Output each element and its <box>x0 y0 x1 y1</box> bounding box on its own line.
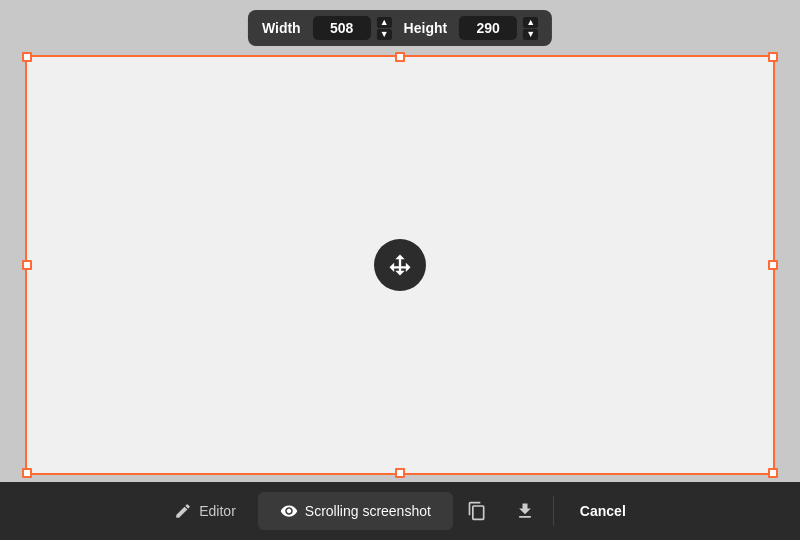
height-spin-arrows: ▲ ▼ <box>523 17 538 40</box>
scrolling-screenshot-button[interactable]: Scrolling screenshot <box>258 492 453 530</box>
copy-icon <box>467 501 487 521</box>
handle-top-right[interactable] <box>768 52 778 62</box>
width-label: Width <box>262 20 301 36</box>
download-button[interactable] <box>501 491 549 531</box>
height-input[interactable] <box>459 16 517 40</box>
move-icon[interactable] <box>374 239 426 291</box>
scrolling-icon <box>280 502 298 520</box>
editor-button[interactable]: Editor <box>152 492 258 530</box>
handle-top-mid[interactable] <box>395 52 405 62</box>
download-icon <box>515 501 535 521</box>
handle-bottom-left[interactable] <box>22 468 32 478</box>
height-up-btn[interactable]: ▲ <box>523 17 538 28</box>
handle-mid-left[interactable] <box>22 260 32 270</box>
handle-bottom-right[interactable] <box>768 468 778 478</box>
toolbar-divider <box>553 496 554 526</box>
height-down-btn[interactable]: ▼ <box>523 29 538 40</box>
handle-mid-right[interactable] <box>768 260 778 270</box>
dimension-toolbar: Width ▲ ▼ Height ▲ ▼ <box>248 10 552 46</box>
width-spin-arrows: ▲ ▼ <box>377 17 392 40</box>
height-input-group: ▲ ▼ <box>459 16 538 40</box>
width-input-group: ▲ ▼ <box>313 16 392 40</box>
width-up-btn[interactable]: ▲ <box>377 17 392 28</box>
copy-button[interactable] <box>453 491 501 531</box>
cancel-button[interactable]: Cancel <box>558 493 648 529</box>
editor-icon <box>174 502 192 520</box>
canvas-area[interactable] <box>25 55 775 475</box>
handle-top-left[interactable] <box>22 52 32 62</box>
handle-bottom-mid[interactable] <box>395 468 405 478</box>
width-input[interactable] <box>313 16 371 40</box>
move-cursor-icon <box>386 251 414 279</box>
height-label: Height <box>404 20 448 36</box>
bottom-toolbar: Editor Scrolling screenshot Cancel <box>0 482 800 540</box>
main-area: Width ▲ ▼ Height ▲ ▼ <box>0 0 800 540</box>
width-down-btn[interactable]: ▼ <box>377 29 392 40</box>
